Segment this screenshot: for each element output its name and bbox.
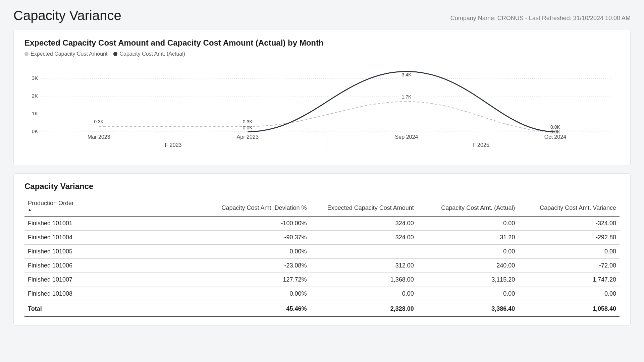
cell-prod: Finished 101004	[24, 231, 179, 245]
cell-prod: Finished 101006	[24, 259, 179, 273]
cell-exp: 324.00	[310, 217, 417, 231]
table-body: Finished 101001-100.00%324.000.00-324.00…	[24, 217, 620, 301]
cell-act: 31.20	[417, 231, 519, 245]
cell-act: 0.00	[417, 217, 519, 231]
cell-act: 240.00	[417, 259, 519, 273]
dlabel-act-1: 0.0K	[243, 125, 253, 130]
cell-act: 0.00	[417, 287, 519, 301]
cell-dev: -100.00%	[179, 217, 310, 231]
table-row[interactable]: Finished 101007127.72%1,368.003,115.201,…	[24, 273, 620, 287]
chart-plot[interactable]: 0K 1K 2K 3K 0.3K 0.3K 0.0K 3.4K 1.7K 0.0…	[24, 63, 620, 157]
y-tick-1: 1K	[32, 111, 38, 116]
cell-exp: 1,368.00	[310, 273, 417, 287]
cell-dev: 127.72%	[179, 273, 310, 287]
cell-act: 0.00	[417, 245, 519, 259]
y-tick-0: 0K	[32, 128, 38, 134]
x-tick-0: Mar 2023	[88, 134, 110, 140]
cell-var: 1,747.20	[518, 273, 620, 287]
variance-table: Production Order ▲ Capacity Cost Amt. De…	[24, 197, 620, 317]
cell-var: -72.00	[518, 259, 620, 273]
cell-var: -292.80	[518, 231, 620, 245]
cell-exp: 0.00	[310, 287, 417, 301]
refresh-meta: Company Name: CRONUS - Last Refreshed: 3…	[450, 15, 631, 22]
legend-dot-actual-icon	[113, 52, 117, 56]
cell-prod: Finished 101001	[24, 217, 179, 231]
x-tick-1: Apr 2023	[237, 134, 259, 140]
col-header-expected[interactable]: Expected Capacity Cost Amount	[310, 197, 417, 217]
table-total-row: Total 45.46% 2,328.00 3,386.40 1,058.40	[24, 301, 620, 317]
table-header-row: Production Order ▲ Capacity Cost Amt. De…	[24, 197, 620, 217]
legend-item-expected[interactable]: Expected Capacity Cost Amount	[24, 51, 107, 57]
y-tick-2: 2K	[32, 93, 38, 99]
table-row[interactable]: Finished 101006-23.08%312.00240.00-72.00	[24, 259, 620, 273]
cell-dev: -90.37%	[179, 231, 310, 245]
total-act: 3,386.40	[417, 301, 519, 317]
table-title: Capacity Variance	[24, 182, 620, 191]
total-dev: 45.46%	[179, 301, 310, 317]
fy-label-1: F 2025	[473, 142, 489, 148]
cell-var: 0.00	[518, 287, 620, 301]
table-row[interactable]: Finished 1010080.00%0.000.000.00	[24, 287, 620, 301]
page-title: Capacity Variance	[13, 8, 121, 23]
x-tick-3: Oct 2024	[544, 134, 566, 140]
dlabel-act-2: 3.4K	[401, 72, 412, 77]
legend-dot-expected-icon	[24, 52, 29, 56]
table-row[interactable]: Finished 1010050.00%0.000.00	[24, 245, 620, 259]
x-tick-2: Sep 2024	[395, 134, 418, 140]
table-row[interactable]: Finished 101004-90.37%324.0031.20-292.80	[24, 231, 620, 245]
dlabel-exp-2: 1.7K	[401, 94, 412, 100]
fy-label-0: F 2023	[165, 142, 181, 148]
cell-var: -324.00	[518, 217, 620, 231]
legend-label-expected: Expected Capacity Cost Amount	[31, 51, 107, 57]
y-tick-3: 3K	[32, 75, 38, 81]
table-row[interactable]: Finished 101001-100.00%324.000.00-324.00	[24, 217, 620, 231]
page-header: Capacity Variance Company Name: CRONUS -…	[13, 8, 631, 23]
table-card: Capacity Variance Production Order ▲ Cap…	[13, 173, 631, 325]
col-header-production-order[interactable]: Production Order ▲	[24, 197, 179, 217]
cell-var: 0.00	[518, 245, 620, 259]
sort-asc-icon: ▲	[28, 207, 176, 212]
chart-card: Expected Capacity Cost Amount and Capaci…	[13, 30, 631, 165]
cell-exp: 324.00	[310, 231, 417, 245]
chart-title: Expected Capacity Cost Amount and Capaci…	[24, 38, 620, 48]
total-exp: 2,328.00	[310, 301, 417, 317]
total-label: Total	[24, 301, 179, 317]
cell-prod: Finished 101007	[24, 273, 179, 287]
total-var: 1,058.40	[518, 301, 620, 317]
cell-dev: 0.00%	[179, 245, 310, 259]
col-header-label: Production Order	[28, 200, 74, 206]
legend-label-actual: Capacity Cost Amt. (Actual)	[119, 51, 185, 57]
cell-exp: 312.00	[310, 259, 417, 273]
cell-act: 3,115.20	[417, 273, 519, 287]
dlabel-exp-0: 0.3K	[94, 119, 104, 124]
col-header-actual[interactable]: Capacity Cost Amt. (Actual)	[417, 197, 519, 217]
cell-dev: 0.00%	[179, 287, 310, 301]
cell-prod: Finished 101005	[24, 245, 179, 259]
dlabel-exp-1: 0.3K	[243, 119, 253, 124]
cell-exp	[310, 245, 417, 259]
col-header-deviation[interactable]: Capacity Cost Amt. Deviation %	[179, 197, 310, 217]
cell-dev: -23.08%	[179, 259, 310, 273]
cell-prod: Finished 101008	[24, 287, 179, 301]
legend-item-actual[interactable]: Capacity Cost Amt. (Actual)	[113, 51, 185, 57]
chart-legend: Expected Capacity Cost Amount Capacity C…	[24, 51, 620, 57]
col-header-variance[interactable]: Capacity Cost Amt. Variance	[518, 197, 620, 217]
